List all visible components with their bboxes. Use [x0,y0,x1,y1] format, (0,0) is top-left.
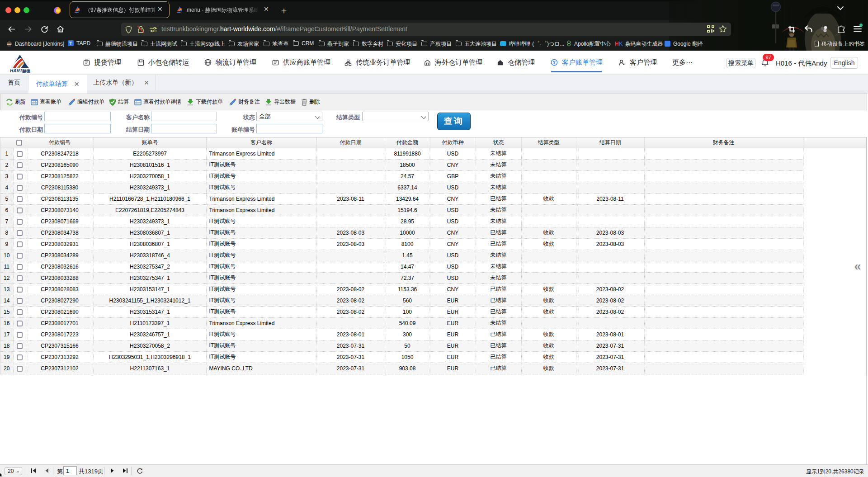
svg-text:HART: HART [75,12,80,14]
svg-text:赫德: 赫德 [22,69,31,73]
svg-text:HART: HART [10,68,23,73]
svg-text:HART: HART [177,12,182,14]
